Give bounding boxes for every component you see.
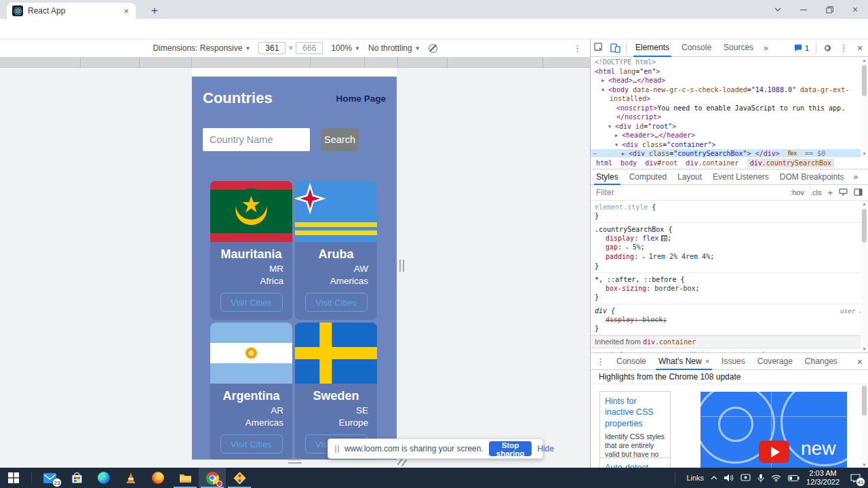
home-page-link[interactable]: Home Page <box>336 94 386 104</box>
flex-editor-icon[interactable] <box>661 235 667 241</box>
whats-new-card[interactable]: Hints for inactive CSS propertiesIdentif… <box>599 391 671 468</box>
breadcrumb-item[interactable]: html <box>596 159 612 167</box>
visit-cities-button[interactable]: Visit Cities <box>220 293 283 312</box>
viewport-resize-handle-right[interactable] <box>399 260 405 272</box>
throttling-select[interactable]: No throttling▼ <box>368 43 420 53</box>
drawer-tab-issues[interactable]: Issues <box>715 353 751 370</box>
restore-icon[interactable] <box>816 6 842 14</box>
drag-handle-icon[interactable] <box>335 445 339 453</box>
hide-link[interactable]: Hide <box>537 444 554 453</box>
drawer-tab-what-s-new[interactable]: What's New× <box>652 353 715 370</box>
viewport-width-input[interactable] <box>258 42 285 54</box>
styles-tab-layout[interactable]: Layout <box>672 169 707 185</box>
drawer-scrollbar[interactable]: ▼ <box>861 384 868 468</box>
dom-node[interactable]: <html lang="en"> <box>591 67 868 77</box>
computed-sidebar-icon[interactable] <box>854 188 863 197</box>
expand-arrow-icon[interactable]: ▼ <box>615 141 622 150</box>
drawer-tab-close-icon[interactable]: × <box>705 357 709 365</box>
taskbar-clock[interactable]: 2:03 AM 12/3/2022 <box>806 469 840 487</box>
expand-shorthand-icon[interactable]: ▸ <box>642 254 649 260</box>
taskbar-store-icon[interactable] <box>63 468 90 488</box>
styles-filter-input[interactable] <box>596 188 718 197</box>
flex-badge[interactable]: flex <box>784 149 801 157</box>
overflow-dots-icon[interactable]: ⋯ <box>593 149 597 157</box>
taskbar-edge-icon[interactable] <box>90 468 117 488</box>
devtools-tab-elements[interactable]: Elements <box>629 39 675 57</box>
dom-node[interactable]: ▶<header>…</header> <box>591 131 868 140</box>
taskbar-mail-icon[interactable]: 23 <box>36 468 63 488</box>
tab-search-icon[interactable] <box>765 7 791 12</box>
css-rule[interactable]: *, ::after, ::before {_reboot.scss:19box… <box>591 273 861 304</box>
devtools-tab-sources[interactable]: Sources <box>717 39 760 57</box>
expand-arrow-icon[interactable]: ▶ <box>615 131 622 141</box>
elements-scrollbar[interactable]: ▲▼ <box>861 57 868 157</box>
dom-node[interactable]: ▶<head>…</head> <box>591 76 868 85</box>
viewport-resize-handle-bottom[interactable] <box>288 459 302 464</box>
taskbar-chrome-icon[interactable] <box>199 468 226 488</box>
expand-arrow-icon[interactable]: ▶ <box>601 77 608 86</box>
whats-new-video-thumbnail[interactable]: new <box>701 392 847 468</box>
dom-node[interactable]: <!DOCTYPE html> <box>591 58 868 67</box>
start-button[interactable] <box>0 468 27 488</box>
dom-node[interactable]: ▼<body data-new-gr-c-s-check-loaded="14.… <box>591 85 868 95</box>
close-window-icon[interactable]: × <box>842 4 868 15</box>
devtools-settings-gear-icon[interactable] <box>819 40 835 56</box>
issues-message-badge[interactable]: 1 <box>790 44 813 52</box>
viewport-height-input[interactable] <box>296 42 323 54</box>
css-rule[interactable]: element.style {} <box>591 201 861 223</box>
expand-arrow-icon[interactable]: ▼ <box>601 86 608 96</box>
taskbar-merge-tool-icon[interactable] <box>226 468 253 488</box>
breadcrumb-item[interactable]: body <box>620 159 637 167</box>
hov-toggle[interactable]: :hov <box>790 188 804 197</box>
device-toolbar-toggle-icon[interactable] <box>607 40 623 56</box>
taskbar-file-explorer-icon[interactable] <box>172 468 199 488</box>
taskbar-firefox-icon[interactable] <box>144 468 172 488</box>
dom-node[interactable]: <noscript>You need to enable JavaScript … <box>591 104 868 113</box>
rendering-emulation-icon[interactable] <box>839 188 848 197</box>
expand-arrow-icon[interactable]: ▼ <box>608 123 615 132</box>
dom-node[interactable]: ▼<div id="root"> <box>591 122 868 131</box>
device-toolbar-menu-icon[interactable]: ⋮ <box>573 43 582 54</box>
breadcrumb-item[interactable]: div#root <box>645 159 677 167</box>
action-center-icon[interactable]: 41 <box>846 469 864 487</box>
styles-tab-computed[interactable]: Computed <box>624 169 672 185</box>
drawer-tab-coverage[interactable]: Coverage <box>751 353 799 370</box>
visit-cities-button[interactable]: Visit Cities <box>220 434 283 453</box>
styles-tab-dom-breakpoints[interactable]: DOM Breakpoints <box>774 169 850 185</box>
minimize-icon[interactable] <box>791 6 816 13</box>
drawer-menu-kebab-icon[interactable]: ⋮ <box>591 357 610 367</box>
country-name-input[interactable] <box>203 128 310 151</box>
browser-tab[interactable]: React App × <box>7 3 136 19</box>
more-tabs-icon[interactable]: » <box>760 43 772 53</box>
css-rule[interactable]: .countrySearchBox {index.css:41display: … <box>591 223 861 273</box>
drawer-tab-changes[interactable]: Changes <box>799 353 844 370</box>
styles-tab-event-listeners[interactable]: Event Listeners <box>707 169 774 185</box>
cast-display-icon[interactable] <box>741 474 751 482</box>
dom-node[interactable]: ⋯▶<div class="countrySearchBox"> </div>f… <box>591 149 868 157</box>
expand-shorthand-icon[interactable]: ▸ <box>626 245 633 251</box>
tab-close-icon[interactable]: × <box>122 6 130 16</box>
stop-sharing-button[interactable]: Stop sharing <box>489 441 532 456</box>
css-rule[interactable]: div {user agent stylesheetdisplay: block… <box>591 304 861 336</box>
microphone-icon[interactable] <box>757 474 764 483</box>
inspect-element-icon[interactable] <box>591 40 607 56</box>
devtools-close-icon[interactable]: × <box>852 40 868 56</box>
breadcrumb-item[interactable]: div.container <box>686 159 738 167</box>
expand-arrow-icon[interactable]: ▶ <box>622 150 629 157</box>
viewport-resize-handle-corner[interactable] <box>396 459 407 467</box>
dimensions-select[interactable]: Dimensions: Responsive▼ <box>153 43 250 53</box>
breadcrumb-item[interactable]: div.countrySearchBox <box>747 159 834 167</box>
volume-icon[interactable] <box>724 474 734 482</box>
styles-more-tabs-icon[interactable]: » <box>850 172 863 182</box>
play-button[interactable] <box>759 441 789 463</box>
drawer-close-icon[interactable]: × <box>857 357 863 367</box>
new-tab-button[interactable]: + <box>146 3 163 19</box>
drawer-tab-console[interactable]: Console <box>610 353 652 370</box>
dom-node[interactable]: </noscript> <box>591 113 868 122</box>
battery-icon[interactable] <box>788 475 800 481</box>
dom-node[interactable]: ▼<div class="container"> <box>591 140 868 150</box>
devtools-tab-console[interactable]: Console <box>675 39 717 57</box>
visit-cities-button[interactable]: Visit Cities <box>305 293 368 312</box>
links-toolbar-label[interactable]: Links <box>686 474 704 482</box>
cls-toggle[interactable]: .cls <box>810 188 822 197</box>
